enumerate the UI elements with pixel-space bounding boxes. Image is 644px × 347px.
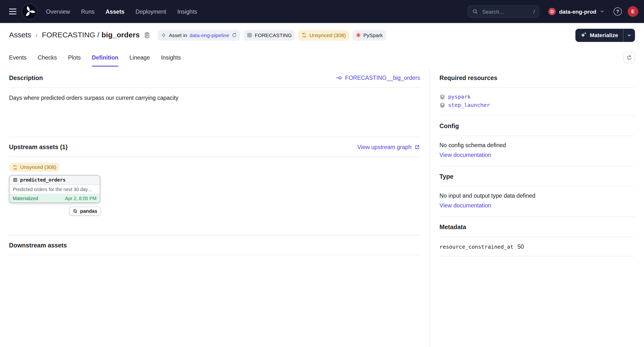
upstream-asset-card[interactable]: predicted_orders Predicted orders for th…: [9, 175, 100, 203]
job-link[interactable]: data-eng-pipeline: [190, 32, 229, 38]
unsynced-badge[interactable]: Unsynced (308): [9, 163, 60, 172]
asset-group-grid-icon: [247, 32, 252, 38]
materialized-timestamp: Apr 2, 8:05 PM: [65, 196, 96, 201]
compute-kind-row: pandas: [9, 207, 101, 216]
downstream-header: Downstream assets: [9, 235, 420, 255]
resource-link[interactable]: step_launcher: [448, 102, 490, 108]
upstream-body: Unsynced (308) predicted_orde: [9, 157, 420, 235]
type-body: No input and output type data defined Vi…: [440, 186, 634, 217]
breadcrumb-group[interactable]: FORECASTING: [42, 31, 96, 39]
type-header: Type: [440, 166, 634, 187]
materialized-status: Materialized: [13, 196, 38, 201]
asset-key-link[interactable]: FORECASTING__big_orders: [336, 74, 420, 81]
section-title: Config: [440, 122, 459, 129]
downstream-section: Downstream assets: [9, 235, 420, 255]
upstream-header: Upstream assets (1) View upstream graph: [9, 137, 420, 157]
materialize-dropdown-button[interactable]: [624, 28, 635, 42]
deployment-switcher[interactable]: D data-eng-prod: [545, 6, 608, 17]
view-upstream-graph-link[interactable]: View upstream graph: [357, 144, 420, 150]
metadata-row: resource_constrained_at 50: [440, 237, 634, 256]
breadcrumb-separator: ›: [35, 31, 38, 39]
tag-label: FORECASTING: [255, 32, 292, 38]
asset-tags: Asset in data-eng-pipeline FORECASTING: [158, 30, 386, 40]
resource-link[interactable]: pyspark: [448, 94, 470, 100]
asset-tabs: Events Checks Plots Definition Lineage I…: [9, 47, 181, 68]
badge-label: Unsynced (308): [20, 164, 56, 170]
left-column: Description FORECASTING__big_orders Days…: [0, 68, 429, 347]
asset-card-header: predicted_orders: [10, 176, 100, 185]
metadata-value: 50: [518, 243, 524, 250]
breadcrumb-assets[interactable]: Assets: [9, 31, 31, 39]
deployment-name: data-eng-prod: [559, 8, 596, 15]
search-input[interactable]: [482, 8, 530, 15]
tag-label: PySpark: [364, 32, 383, 38]
config-section: Config No config schema defined View doc…: [440, 116, 634, 166]
nav-overview[interactable]: Overview: [46, 8, 70, 15]
asset-key-label: FORECASTING__big_orders: [345, 74, 420, 81]
nav-runs[interactable]: Runs: [81, 8, 94, 15]
asset-card-footer: Materialized Apr 2, 8:05 PM: [10, 194, 100, 202]
asset-tabs-row: Events Checks Plots Definition Lineage I…: [0, 47, 644, 68]
dagster-logo[interactable]: [22, 3, 38, 20]
materialize-button[interactable]: Materialize: [576, 28, 624, 42]
deployment-badge: D: [548, 8, 556, 15]
pandas-icon: [73, 209, 78, 214]
sync-icon: [12, 164, 18, 170]
tab-lineage[interactable]: Lineage: [130, 47, 150, 68]
materialize-label: Materialize: [590, 32, 618, 38]
upstream-section: Upstream assets (1) View upstream graph: [9, 137, 420, 235]
chevron-down-icon: [600, 9, 604, 14]
nav-assets[interactable]: Assets: [106, 8, 124, 15]
required-resources-section: Required resources pyspark: [440, 68, 634, 116]
resources-header: Required resources: [440, 68, 634, 88]
section-title: Type: [440, 173, 454, 180]
user-avatar[interactable]: E: [628, 6, 638, 17]
layers-icon: [440, 94, 446, 100]
type-docs-link[interactable]: View documentation: [440, 202, 491, 209]
config-docs-link[interactable]: View documentation: [440, 152, 491, 158]
hamburger-menu-icon[interactable]: [6, 5, 20, 18]
tab-checks[interactable]: Checks: [38, 47, 57, 68]
asset-header: Assets › FORECASTING / big_orders: [0, 23, 644, 47]
section-title: Required resources: [440, 74, 498, 81]
breadcrumb: Assets › FORECASTING / big_orders: [9, 31, 150, 39]
asset-name: big_orders: [102, 31, 140, 39]
description-header: Description FORECASTING__big_orders: [9, 68, 420, 88]
layers-icon: [440, 102, 446, 108]
link-label: View upstream graph: [357, 144, 412, 150]
reload-icon[interactable]: [232, 32, 237, 38]
compute-kind-tag: pandas: [69, 207, 101, 216]
search-box[interactable]: /: [468, 5, 539, 18]
nav-deployment[interactable]: Deployment: [136, 8, 166, 15]
type-message: No input and output type data defined: [440, 192, 634, 199]
type-section: Type No input and output type data defin…: [440, 166, 634, 217]
copy-asset-key-icon[interactable]: [144, 32, 150, 38]
refresh-button[interactable]: [624, 52, 635, 63]
tag-label: Unsynced (308): [310, 32, 346, 38]
breadcrumb-path-separator: /: [97, 31, 99, 39]
nav-insights[interactable]: Insights: [177, 8, 197, 15]
tag-prefix: Asset in: [169, 32, 187, 38]
search-icon: [472, 8, 478, 14]
tab-insights[interactable]: Insights: [161, 47, 181, 68]
table-icon: [13, 178, 18, 182]
help-icon[interactable]: ?: [614, 7, 622, 16]
right-column: Required resources pyspark: [429, 68, 644, 347]
tab-events[interactable]: Events: [9, 47, 26, 68]
sync-icon: [302, 32, 307, 38]
compute-kind-label: pandas: [80, 208, 97, 214]
metadata-header: Metadata: [440, 217, 634, 237]
spark-icon: [356, 32, 361, 38]
tab-definition[interactable]: Definition: [92, 47, 118, 68]
resource-item: step_launcher: [440, 102, 634, 108]
chevron-down-icon: [627, 33, 632, 38]
tab-plots[interactable]: Plots: [68, 47, 81, 68]
tag-asset-group[interactable]: FORECASTING: [244, 30, 295, 40]
description-text: Days where predicted orders surpass our …: [9, 88, 420, 137]
nav-right: / D data-eng-prod ? E: [468, 5, 638, 18]
tag-unsynced[interactable]: Unsynced (308): [298, 30, 349, 40]
resources-list: pyspark step_launcher: [440, 88, 634, 116]
tag-compute-kind-pyspark: PySpark: [352, 30, 386, 40]
primary-nav: Overview Runs Assets Deployment Insights: [46, 8, 197, 15]
app-root: Overview Runs Assets Deployment Insights…: [0, 0, 644, 347]
